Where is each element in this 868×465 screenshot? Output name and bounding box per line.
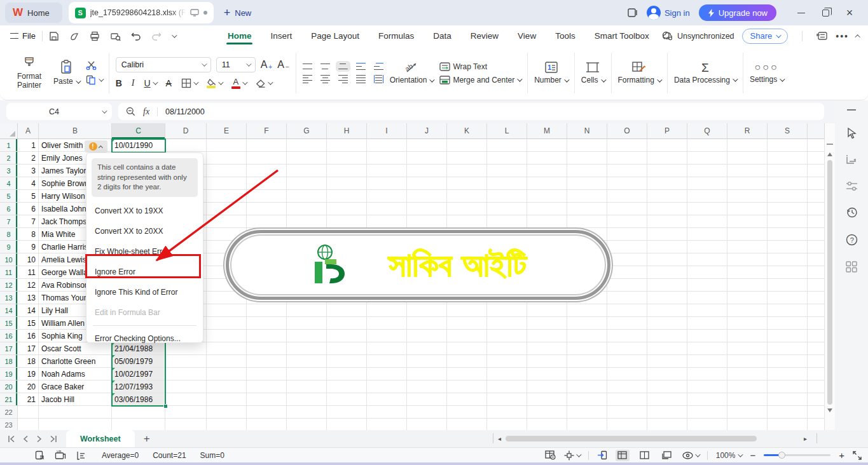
- grid-cell-N21[interactable]: [567, 393, 607, 406]
- column-header-O[interactable]: O: [607, 123, 647, 139]
- grid-cell-x22[interactable]: [808, 406, 825, 419]
- grid-cell-A4[interactable]: 4: [18, 177, 39, 190]
- grid-cell-A15[interactable]: 15: [18, 317, 39, 330]
- upgrade-now-button[interactable]: Upgrade now: [699, 4, 776, 21]
- grid-cell-Q17[interactable]: [687, 342, 727, 355]
- grid-cell-P11[interactable]: [647, 266, 687, 279]
- cursor-select-icon[interactable]: [846, 127, 858, 139]
- grid-cell-O10[interactable]: [607, 253, 647, 266]
- row-header-3[interactable]: 3: [0, 165, 18, 177]
- grid-cell-I23[interactable]: [367, 419, 407, 430]
- grid-cell-M5[interactable]: [527, 190, 567, 203]
- grid-cell-Q16[interactable]: [687, 330, 727, 342]
- page-layout-view-icon[interactable]: [660, 450, 674, 461]
- underline-button[interactable]: U: [144, 78, 150, 88]
- grid-cell-Q2[interactable]: [687, 152, 727, 165]
- grid-cell-G18[interactable]: [287, 355, 327, 368]
- grid-cell-K16[interactable]: [447, 330, 487, 342]
- column-header-G[interactable]: G: [287, 123, 327, 139]
- grid-cell-S22[interactable]: [768, 406, 808, 419]
- grid-cell-A22[interactable]: [18, 406, 39, 419]
- grid-cell-M16[interactable]: [527, 330, 567, 342]
- copy-icon[interactable]: [86, 75, 97, 85]
- split-handle-icon[interactable]: [827, 144, 833, 145]
- menu-tab-tools[interactable]: Tools: [554, 27, 577, 44]
- grid-cell-N17[interactable]: [567, 342, 607, 355]
- grid-cell-R20[interactable]: [727, 381, 768, 393]
- grid-cell-Q9[interactable]: [687, 241, 727, 253]
- grid-cell-P7[interactable]: [647, 215, 687, 228]
- grid-cell-O9[interactable]: [607, 241, 647, 253]
- zoom-slider-thumb[interactable]: [778, 452, 785, 459]
- grid-cell-F21[interactable]: [247, 393, 287, 406]
- grid-cell-R13[interactable]: [727, 292, 768, 304]
- row-header-5[interactable]: 5: [0, 190, 18, 203]
- grid-cell-E20[interactable]: [207, 381, 247, 393]
- grid-cell-S23[interactable]: [768, 419, 808, 430]
- grid-cell-A1[interactable]: 1: [18, 139, 39, 152]
- grid-cell-x4[interactable]: [808, 177, 825, 190]
- grid-cell-M15[interactable]: [527, 317, 567, 330]
- decrease-font-button[interactable]: A−: [277, 59, 289, 71]
- align-bottom-icon[interactable]: [338, 64, 348, 69]
- grid-cell-I14[interactable]: [367, 304, 407, 317]
- grid-cell-x23[interactable]: [808, 419, 825, 430]
- grid-cell-I16[interactable]: [367, 330, 407, 342]
- grid-cell-M17[interactable]: [527, 342, 567, 355]
- row-header-20[interactable]: 20: [0, 381, 18, 393]
- select-all-corner[interactable]: [0, 123, 18, 139]
- zoom-level[interactable]: 100%: [716, 451, 742, 460]
- row-header-6[interactable]: 6: [0, 203, 18, 215]
- grid-cell-R17[interactable]: [727, 342, 768, 355]
- menu-tab-view[interactable]: View: [516, 27, 537, 44]
- grid-cell-O8[interactable]: [607, 228, 647, 241]
- grid-cell-D23[interactable]: [165, 419, 207, 430]
- grid-cell-A6[interactable]: 6: [18, 203, 39, 215]
- row-header-2[interactable]: 2: [0, 152, 18, 165]
- grid-cell-J4[interactable]: [407, 177, 447, 190]
- grid-cell-Q1[interactable]: [687, 139, 727, 152]
- grid-cell-M3[interactable]: [527, 165, 567, 177]
- grid-cell-Q21[interactable]: [687, 393, 727, 406]
- new-tab-layout-icon[interactable]: [816, 31, 828, 41]
- grid-cell-K23[interactable]: [447, 419, 487, 430]
- formatting-button[interactable]: Formatting: [618, 61, 661, 85]
- first-sheet-icon[interactable]: [8, 435, 15, 443]
- reading-mode-icon[interactable]: [682, 452, 699, 459]
- grid-cell-S8[interactable]: [768, 228, 808, 241]
- grid-cell-R22[interactable]: [727, 406, 768, 419]
- grid-cell-H17[interactable]: [327, 342, 367, 355]
- grid-cell-R12[interactable]: [727, 279, 768, 292]
- grid-cell-F5[interactable]: [247, 190, 287, 203]
- document-tab[interactable]: S jte_1759298604218.xlsx (Read-: [69, 2, 214, 24]
- grid-cell-I6[interactable]: [367, 203, 407, 215]
- more-options-icon[interactable]: •••: [836, 31, 849, 41]
- fx-icon[interactable]: fx: [143, 107, 149, 117]
- grid-cell-L6[interactable]: [487, 203, 527, 215]
- grid-cell-B18[interactable]: Charlotte Green: [39, 355, 112, 368]
- row-header-11[interactable]: 11: [0, 266, 18, 279]
- grid-cell-L14[interactable]: [487, 304, 527, 317]
- grid-cell-M7[interactable]: [527, 215, 567, 228]
- grid-cell-D1[interactable]: [165, 139, 207, 152]
- grid-cell-H18[interactable]: [327, 355, 367, 368]
- grid-cell-N1[interactable]: [567, 139, 607, 152]
- grid-cell-I19[interactable]: [367, 368, 407, 381]
- grid-cell-x9[interactable]: [808, 241, 825, 253]
- grid-cell-O3[interactable]: [607, 165, 647, 177]
- grid-cell-x2[interactable]: [808, 152, 825, 165]
- home-tab[interactable]: W Home: [5, 3, 62, 23]
- grid-cell-F17[interactable]: [247, 342, 287, 355]
- grid-cell-H16[interactable]: [327, 330, 367, 342]
- decrease-indent-icon[interactable]: [356, 63, 366, 70]
- grid-cell-P22[interactable]: [647, 406, 687, 419]
- borders-icon[interactable]: [181, 78, 191, 88]
- grid-cell-E6[interactable]: [207, 203, 247, 215]
- grid-cell-G2[interactable]: [287, 152, 327, 165]
- wrap-text-button[interactable]: Wrap Text: [439, 62, 521, 71]
- grid-cell-A8[interactable]: 8: [18, 228, 39, 241]
- row-header-1[interactable]: 1: [0, 139, 18, 152]
- row-header-14[interactable]: 14: [0, 304, 18, 317]
- grid-cell-F23[interactable]: [247, 419, 287, 430]
- grid-cell-G22[interactable]: [287, 406, 327, 419]
